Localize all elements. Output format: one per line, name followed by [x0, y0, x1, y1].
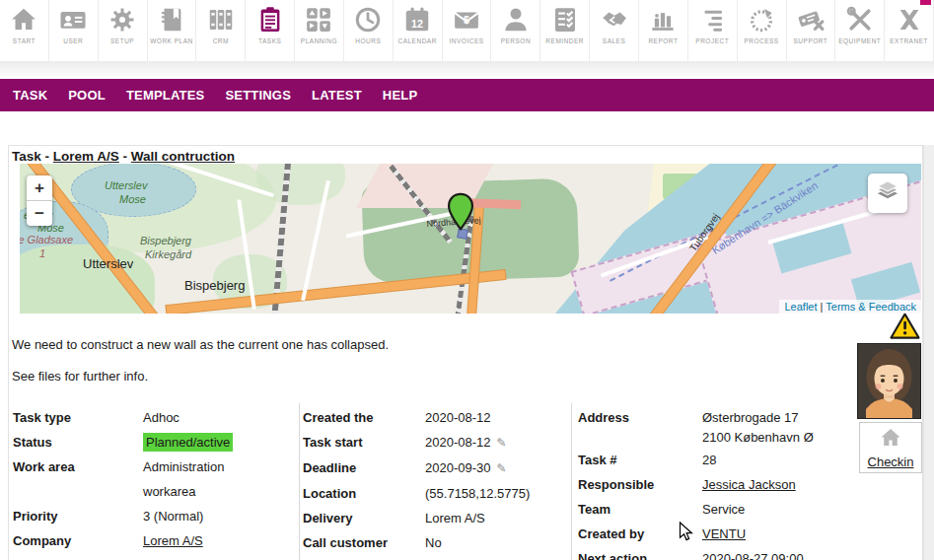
field-value: 2020-08-12✎: [425, 430, 561, 455]
map-park2: [256, 164, 345, 205]
toolbar-item-tasks[interactable]: TASKS: [246, 0, 295, 61]
toolbar-item-work-plan[interactable]: WORK PLAN: [148, 0, 197, 61]
toolbar-item-process[interactable]: PROCESS: [738, 0, 787, 61]
map-location-marker[interactable]: [447, 192, 474, 236]
menu-item-latest[interactable]: LATEST: [312, 88, 362, 103]
field-value: 2020-09-30✎: [425, 455, 561, 481]
status-badge: Planned/active: [143, 433, 233, 452]
breadcrumb-task-link[interactable]: Wall contruction: [131, 149, 235, 164]
toolbar-item-label: CALENDAR: [397, 37, 436, 44]
binders-icon: [206, 5, 236, 35]
task-description-line: We need to construct a new wall as the c…: [12, 337, 389, 352]
edit-pencil-icon[interactable]: ✎: [497, 461, 507, 475]
terms-feedback-link[interactable]: Terms & Feedback: [826, 301, 916, 313]
tools-icon: [845, 5, 875, 35]
toolbar-item-label: CRM: [213, 37, 229, 44]
field-label: Deadline: [303, 455, 425, 480]
field-label: Task type: [13, 405, 143, 430]
field-value: Jessica Jackson: [702, 472, 849, 497]
attribution-divider: |: [821, 301, 824, 313]
menu-item-settings[interactable]: SETTINGS: [225, 88, 291, 103]
toolbar-item-label: PROJECT: [695, 37, 729, 44]
toolbar-item-label: INVOICES: [449, 37, 483, 44]
field-label: Priority: [13, 504, 143, 528]
field-priority: Priority3 (Normal): [13, 504, 289, 528]
details-column-2: Created the2020-08-12Task start2020-08-1…: [303, 405, 561, 555]
menu-item-help[interactable]: HELP: [383, 88, 417, 103]
toolbar-item-sales[interactable]: SALES: [590, 0, 639, 61]
toolbar-item-extranet[interactable]: EXTRANET: [885, 0, 934, 61]
field-value: 2020-08-12: [425, 405, 561, 430]
toolbar-item-person[interactable]: PERSON: [491, 0, 540, 61]
field-label: Responsible: [578, 472, 702, 497]
toolbar-item-calendar[interactable]: 12CALENDAR: [394, 0, 443, 61]
toolbar-item-reminder[interactable]: REMINDER: [540, 0, 590, 61]
toolbar-item-project[interactable]: PROJECT: [688, 0, 738, 61]
field-address: AddressØsterbrogade 172100 København Ø: [578, 405, 849, 448]
menu-item-pool[interactable]: POOL: [68, 88, 106, 103]
toolbar-item-label: PERSON: [501, 37, 531, 44]
field-work-area: Work areaAdministration workarea: [13, 455, 289, 504]
toolbar-item-report[interactable]: REPORT: [639, 0, 688, 61]
map[interactable]: UtterslevMoseerslevMoseje Gladsaxe1Utter…: [20, 164, 921, 314]
checkin-button[interactable]: Checkin: [859, 422, 922, 473]
layers-control[interactable]: [868, 174, 907, 213]
field-value-link[interactable]: VENTU: [702, 526, 746, 541]
field-task-start: Task start2020-08-12✎: [303, 430, 561, 455]
details-column-1: Task typeAdhocStatusPlanned/activeWork a…: [13, 405, 289, 553]
process-circle-icon: [747, 5, 776, 35]
toolbar-item-equipment[interactable]: EQUIPMENT: [835, 0, 885, 61]
toolbar-item-crm[interactable]: CRM: [196, 0, 246, 61]
toolbar-item-setup[interactable]: SETUP: [99, 0, 148, 61]
calendar-icon: 12: [402, 5, 432, 35]
field-task: Task #28: [578, 448, 849, 472]
map-label: je Gladsaxe: [20, 234, 73, 245]
field-status: StatusPlanned/active: [13, 430, 289, 455]
extranet-x-icon: [895, 5, 924, 35]
zoom-out-button[interactable]: −: [27, 200, 52, 226]
toolbar-item-user[interactable]: USER: [49, 0, 99, 61]
toolbar-item-planning[interactable]: PLANNING: [295, 0, 344, 61]
field-label: Next action: [578, 546, 702, 560]
zoom-in-button[interactable]: +: [27, 175, 52, 200]
clock-icon: [353, 5, 383, 35]
field-call-customer: Call customerNo: [303, 530, 561, 555]
field-value: 3 (Normal): [143, 504, 289, 528]
field-value: 2020-08-27 09:00: [702, 546, 849, 560]
layers-icon: [875, 178, 900, 208]
field-label: Work area: [13, 455, 143, 479]
checkin-link-label[interactable]: Checkin: [860, 455, 921, 469]
toolbar-item-label: SALES: [603, 37, 625, 44]
vertical-scrollbar[interactable]: [923, 145, 934, 560]
field-responsible: ResponsibleJessica Jackson: [578, 472, 849, 497]
toolbar-item-start[interactable]: START: [0, 0, 49, 61]
menu-item-templates[interactable]: TEMPLATES: [126, 88, 205, 103]
invoice-envelope-icon: $: [452, 5, 481, 35]
task-description-line: See files for further info.: [12, 369, 148, 384]
field-value-link[interactable]: Jessica Jackson: [702, 477, 796, 492]
column-divider: [299, 403, 300, 560]
map-label: Kirkegård: [145, 248, 191, 260]
content-card: Task - Lorem A/S - Wall contruction Utte…: [8, 145, 923, 560]
toolbar-item-label: TASKS: [258, 37, 281, 44]
map-label: Utterslev: [83, 256, 133, 271]
leaflet-link[interactable]: Leaflet: [784, 301, 817, 313]
toolbar-item-hours[interactable]: HOURS: [344, 0, 394, 61]
toolbar-item-label: START: [13, 37, 36, 44]
toolbar-item-invoices[interactable]: $INVOICES: [443, 0, 492, 61]
toolbar-item-support[interactable]: SUPPORT: [787, 0, 836, 61]
breadcrumb-company-link[interactable]: Lorem A/S: [53, 149, 119, 164]
field-value: Adhoc: [143, 405, 289, 430]
field-value-link[interactable]: Lorem A/S: [143, 533, 203, 548]
menu-item-task[interactable]: TASK: [13, 88, 47, 103]
field-delivery: DeliveryLorem A/S: [303, 506, 561, 530]
field-deadline: Deadline2020-09-30✎: [303, 455, 561, 481]
field-value: VENTU: [702, 522, 849, 546]
edit-pencil-icon[interactable]: ✎: [497, 436, 507, 450]
field-created-the: Created the2020-08-12: [303, 405, 561, 430]
toolbar-item-label: PLANNING: [301, 37, 337, 44]
top-toolbar: STARTUSERSETUPWORK PLANCRMTASKSPLANNINGH…: [0, 0, 934, 61]
breadcrumb: Task - Lorem A/S - Wall contruction: [12, 149, 235, 164]
field-value: Lorem A/S: [425, 506, 561, 530]
toolbar-item-label: HOURS: [355, 37, 381, 44]
